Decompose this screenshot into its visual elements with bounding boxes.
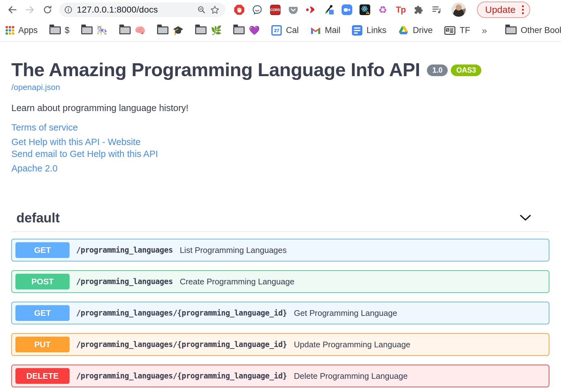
- operations-list: GET /programming_languages List Programm…: [11, 239, 549, 387]
- http-method-badge: GET: [15, 242, 70, 258]
- puzzle-piece-icon: [413, 4, 424, 15]
- bookmark-folder-label: 🧠: [135, 26, 146, 35]
- zoom-extension-button[interactable]: [341, 4, 353, 15]
- red-arrow-icon: [306, 4, 316, 15]
- other-bookmarks-label: Other Bookmarks: [521, 25, 561, 35]
- folder-icon: [119, 26, 131, 34]
- endpoint-summary: Create Programming Language: [180, 277, 294, 287]
- bookmarks-overflow-button[interactable]: »: [482, 25, 487, 36]
- back-arrow-icon: [7, 4, 18, 15]
- other-bookmarks-folder[interactable]: Other Bookmarks: [505, 25, 561, 35]
- endpoint-path: /programming_languages/{programming_lang…: [76, 340, 287, 349]
- profile-avatar[interactable]: [451, 3, 466, 17]
- folder-icon: [195, 26, 207, 34]
- bookmark-folder-herb[interactable]: 🌿: [195, 26, 222, 35]
- adblock-hand-icon: [234, 5, 244, 15]
- chat-bubble-icon: [252, 4, 263, 15]
- http-method-badge: PUT: [15, 337, 70, 352]
- red-arrow-extension-button[interactable]: [305, 4, 317, 15]
- google-docs-icon: [352, 25, 362, 36]
- terms-of-service-link[interactable]: Terms of service: [11, 122, 78, 132]
- bookmark-folder-label: 🌿: [211, 26, 222, 35]
- extensions-row: CORS ♻ Tp: [234, 2, 557, 18]
- cors-extension-button[interactable]: CORS: [269, 4, 281, 15]
- media-playlist-button[interactable]: [431, 4, 442, 15]
- bookmark-label: TF: [460, 25, 470, 35]
- bookmark-folder-label: 🎓: [173, 26, 184, 35]
- endpoint-row-get-language[interactable]: GET /programming_languages/{programming_…: [11, 302, 549, 324]
- endpoint-path: /programming_languages: [76, 246, 173, 255]
- endpoint-row-update-language[interactable]: PUT /programming_languages/{programming_…: [11, 333, 549, 356]
- apps-grid-icon: [6, 26, 14, 35]
- api-description: Learn about programming language history…: [11, 103, 549, 113]
- bookmark-label: Links: [366, 25, 386, 35]
- bookmark-folder-dollar[interactable]: $: [49, 25, 70, 35]
- endpoint-path: /programming_languages/{programming_lang…: [76, 372, 287, 380]
- tp-extension-button[interactable]: Tp: [395, 4, 406, 15]
- folder-icon: [233, 26, 245, 34]
- apps-label: Apps: [18, 25, 38, 35]
- bookmark-calendar[interactable]: 27 Cal: [271, 25, 299, 36]
- adblock-extension-button[interactable]: [234, 4, 245, 15]
- address-bar[interactable]: 127.0.0.1:8000/docs: [59, 3, 225, 17]
- endpoint-row-delete-language[interactable]: DELETE /programming_languages/{programmi…: [11, 365, 549, 387]
- bookmark-folder-brain[interactable]: 🧠: [119, 26, 146, 35]
- eyedropper-icon: [323, 4, 335, 15]
- reload-icon: [42, 5, 53, 15]
- chat-bubble-extension-button[interactable]: [252, 4, 263, 15]
- react-devtools-extension-button[interactable]: [359, 4, 371, 15]
- bookmark-links[interactable]: Links: [352, 25, 386, 36]
- browser-menu-kebab-icon[interactable]: [521, 5, 524, 15]
- video-camera-icon: [342, 4, 352, 15]
- collapse-chevron-icon[interactable]: [520, 215, 531, 221]
- bookmark-star-icon[interactable]: [210, 5, 220, 15]
- bookmark-folder-purple-heart[interactable]: 💜: [233, 26, 260, 35]
- gmail-icon: [310, 26, 321, 35]
- zoom-out-icon[interactable]: [197, 5, 206, 14]
- pocket-extension-button[interactable]: [287, 4, 299, 15]
- bookmark-folder-label: 🎠: [97, 26, 108, 35]
- email-help-link[interactable]: Send email to Get Help with this API: [11, 149, 158, 159]
- apps-shortcut[interactable]: Apps: [6, 25, 38, 35]
- bookmark-tf[interactable]: TF: [444, 25, 470, 35]
- bookmark-label: Drive: [413, 25, 433, 35]
- chrome-update-button[interactable]: Update: [477, 2, 530, 18]
- http-method-badge: DELETE: [15, 368, 70, 384]
- back-button[interactable]: [4, 2, 20, 18]
- page-title: The Amazing Programming Language Info AP…: [11, 59, 420, 80]
- forward-button[interactable]: [22, 2, 38, 18]
- endpoint-summary: Delete Programming Language: [294, 371, 408, 381]
- endpoint-row-list-languages[interactable]: GET /programming_languages List Programm…: [11, 239, 549, 261]
- bookmark-label: Cal: [286, 25, 299, 35]
- folder-icon: [505, 26, 517, 34]
- openapi-json-link[interactable]: /openapi.json: [11, 82, 60, 92]
- google-drive-icon: [398, 25, 409, 35]
- page-info-icon[interactable]: [64, 5, 73, 14]
- update-label: Update: [485, 4, 516, 15]
- reload-button[interactable]: [40, 2, 55, 18]
- bookmark-mail[interactable]: Mail: [310, 25, 341, 35]
- url-text[interactable]: 127.0.0.1:8000/docs: [77, 5, 193, 15]
- bookmarks-bar: Apps $ 🎠 🧠 🎓 🌿 💜 27 Cal Mail Links Drive: [0, 20, 561, 42]
- folder-icon: [157, 26, 168, 34]
- tp-icon: Tp: [396, 6, 406, 14]
- extensions-menu-button[interactable]: [413, 4, 424, 15]
- bookmark-folder-label: 💜: [249, 26, 260, 35]
- api-badges: 1.0 OAS3: [427, 64, 481, 76]
- pocket-icon: [288, 5, 298, 15]
- bookmark-folder-label: $: [65, 25, 70, 35]
- bookmark-folder-carousel[interactable]: 🎠: [81, 26, 108, 35]
- endpoint-row-create-language[interactable]: POST /programming_languages Create Progr…: [11, 270, 549, 293]
- bookmark-drive[interactable]: Drive: [398, 25, 433, 35]
- website-help-link[interactable]: Get Help with this API - Website: [11, 137, 140, 147]
- bookmark-folder-graduation[interactable]: 🎓: [157, 26, 184, 35]
- folder-icon: [49, 26, 61, 34]
- api-info-header: The Amazing Programming Language Info AP…: [11, 59, 549, 80]
- color-picker-extension-button[interactable]: [323, 4, 335, 15]
- tag-section-header[interactable]: default: [11, 211, 549, 232]
- recycle-extension-button[interactable]: ♻: [377, 4, 388, 15]
- license-link[interactable]: Apache 2.0: [11, 163, 58, 173]
- react-atom-icon: [360, 4, 370, 15]
- tag-name: default: [16, 211, 60, 225]
- http-method-badge: GET: [15, 305, 70, 321]
